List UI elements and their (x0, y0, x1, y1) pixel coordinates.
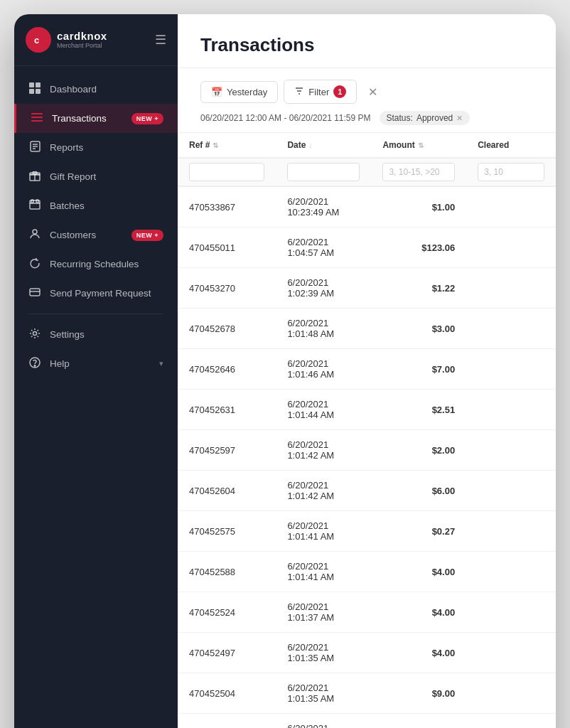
cell-ref: 470452588 (178, 552, 276, 592)
cell-date: 6/20/2021 1:01:44 AM (276, 390, 371, 430)
sidebar-header: c cardknox Merchant Portal ☰ (14, 14, 178, 66)
sidebar-item-dashboard[interactable]: Dashboard (14, 75, 178, 104)
sidebar-item-label-transactions: Transactions (52, 113, 123, 124)
filter-info-row: 06/20/2021 12:00 AM - 06/20/2021 11:59 P… (178, 104, 556, 133)
table-row[interactable]: 4704525046/20/2021 1:01:35 AM$9.00 (178, 673, 556, 714)
sidebar-item-label-settings: Settings (50, 329, 163, 340)
table-row[interactable]: 4704525976/20/2021 1:01:42 AM$2.00 (178, 430, 556, 471)
table-row[interactable]: 4704532706/20/2021 1:02:39 AM$1.22 (178, 268, 556, 309)
main-header: Transactions (178, 14, 556, 68)
logo-text-block: cardknox Merchant Portal (57, 30, 107, 50)
main-content: Transactions 📅 Yesterday Filter 1 ✕ (178, 14, 556, 728)
cell-date: 6/20/2021 1:01:35 AM (276, 633, 371, 673)
calendar-icon: 📅 (211, 87, 222, 97)
cleared-filter-input[interactable] (478, 163, 544, 181)
svg-rect-6 (31, 113, 43, 114)
svg-text:c: c (34, 35, 39, 46)
table-row[interactable]: 4704525246/20/2021 1:01:37 AM$4.00 (178, 592, 556, 633)
table-row[interactable]: 4704524976/20/2021 1:01:35 AM$4.00 (178, 633, 556, 673)
dashboard-icon (28, 82, 41, 96)
cell-amount: $0.10 (371, 714, 466, 729)
cell-date: 6/20/2021 1:04:57 AM (276, 228, 371, 268)
page-title: Transactions (200, 34, 533, 56)
table-row[interactable]: 4704525756/20/2021 1:01:41 AM$0.27 (178, 511, 556, 552)
table-row[interactable]: 4705338676/20/2021 10:23:49 AM$1.00 (178, 186, 556, 228)
sort-icon-ref: ⇅ (213, 141, 218, 149)
date-range-text: 06/20/2021 12:00 AM - 06/20/2021 11:59 P… (200, 113, 371, 123)
status-chip: Status: Approved ✕ (380, 111, 470, 125)
table-row[interactable]: 4704525066/20/2021 1:01:35 AM$0.10 (178, 714, 556, 729)
status-chip-remove[interactable]: ✕ (456, 114, 463, 123)
svg-rect-5 (36, 89, 41, 94)
sidebar-item-label-recurring: Recurring Schedules (50, 259, 163, 269)
sidebar-item-payment-request[interactable]: Send Payment Request (14, 279, 178, 308)
cell-amount: $2.00 (371, 430, 466, 471)
cell-date: 6/20/2021 1:01:35 AM (276, 714, 371, 729)
sidebar-item-settings[interactable]: Settings (14, 320, 178, 349)
payment-request-icon (28, 287, 41, 300)
filter-cell-date (276, 158, 371, 186)
logo-area: c cardknox Merchant Portal (26, 27, 107, 53)
cell-date: 6/20/2021 1:01:46 AM (276, 349, 371, 390)
cell-amount: $7.00 (371, 349, 466, 390)
table-row[interactable]: 4704526316/20/2021 1:01:44 AM$2.51 (178, 390, 556, 430)
help-chevron-icon: ▾ (159, 359, 163, 368)
sidebar-divider (28, 314, 163, 314)
filter-button[interactable]: Filter 1 (284, 80, 357, 104)
date-filter-input[interactable] (287, 163, 360, 181)
sidebar-item-help[interactable]: Help ▾ (14, 349, 178, 378)
cell-cleared (466, 390, 556, 430)
cell-ref: 470533867 (178, 186, 276, 228)
app-portal: Merchant Portal (57, 42, 107, 50)
col-header-ref[interactable]: Ref # ⇅ (178, 133, 276, 158)
sidebar-item-gift-report[interactable]: Gift Report (14, 162, 178, 191)
sidebar-item-recurring[interactable]: Recurring Schedules (14, 250, 178, 279)
sidebar-item-reports[interactable]: Reports (14, 133, 178, 162)
transactions-icon (31, 112, 43, 125)
sidebar-item-label-gift-report: Gift Report (50, 171, 163, 182)
sidebar-item-transactions[interactable]: Transactions NEW + (14, 104, 178, 133)
hamburger-icon[interactable]: ☰ (155, 32, 166, 48)
clear-filters-button[interactable]: ✕ (362, 82, 382, 102)
cell-cleared (466, 268, 556, 309)
date-filter-button[interactable]: 📅 Yesterday (200, 81, 278, 103)
filter-cell-amount (371, 158, 466, 186)
cell-date: 6/20/2021 1:01:41 AM (276, 511, 371, 552)
table-row[interactable]: 4704526466/20/2021 1:01:46 AM$7.00 (178, 349, 556, 390)
col-header-amount[interactable]: Amount ⇅ (371, 133, 466, 158)
device-frame: c cardknox Merchant Portal ☰ (14, 14, 556, 728)
svg-rect-4 (29, 89, 34, 94)
sort-icon-amount: ⇅ (418, 141, 424, 149)
sidebar-item-batches[interactable]: Batches (14, 191, 178, 220)
status-label: Status: (387, 113, 413, 123)
filter-cell-ref (178, 158, 276, 186)
filter-label: Filter (308, 87, 329, 97)
table-row[interactable]: 4704525886/20/2021 1:01:41 AM$4.00 (178, 552, 556, 592)
table-header-row: Ref # ⇅ Date ↓ Amount (178, 133, 556, 158)
cell-date: 6/20/2021 1:01:37 AM (276, 592, 371, 633)
table-row[interactable]: 4704550116/20/2021 1:04:57 AM$123.06 (178, 228, 556, 268)
cell-cleared (466, 552, 556, 592)
cell-amount: $2.51 (371, 390, 466, 430)
col-label-amount: Amount (382, 140, 414, 150)
amount-filter-input[interactable] (382, 163, 455, 181)
cell-ref: 470455011 (178, 228, 276, 268)
table-area: Ref # ⇅ Date ↓ Amount (178, 133, 556, 728)
cell-date: 6/20/2021 1:01:35 AM (276, 673, 371, 714)
cell-ref: 470452646 (178, 349, 276, 390)
table-row[interactable]: 4704526786/20/2021 1:01:48 AM$3.00 (178, 309, 556, 349)
sidebar-item-customers[interactable]: Customers NEW + (14, 220, 178, 250)
table-row[interactable]: 4704526046/20/2021 1:01:42 AM$6.00 (178, 471, 556, 511)
sidebar-item-label-payment-request: Send Payment Request (50, 288, 163, 299)
cell-date: 6/20/2021 1:02:39 AM (276, 268, 371, 309)
cell-date: 6/20/2021 1:01:41 AM (276, 552, 371, 592)
col-label-ref: Ref # (189, 140, 210, 150)
cell-amount: $4.00 (371, 552, 466, 592)
ref-filter-input[interactable] (189, 163, 264, 181)
cell-cleared (466, 430, 556, 471)
sort-icon-date: ↓ (308, 141, 312, 149)
date-filter-label: Yesterday (227, 87, 267, 97)
col-header-date[interactable]: Date ↓ (276, 133, 371, 158)
settings-icon (28, 328, 41, 341)
customers-icon (28, 228, 41, 242)
